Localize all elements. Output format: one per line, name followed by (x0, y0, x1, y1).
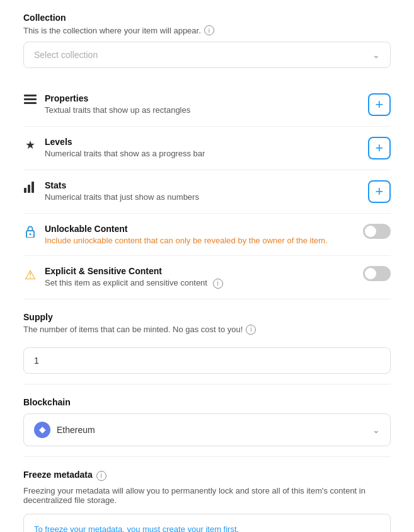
svg-point-7 (30, 233, 32, 235)
ethereum-icon: ◆ (34, 422, 50, 438)
unlockable-left: Unlockable Content Include unlockable co… (23, 224, 328, 245)
collection-select[interactable]: Select collection ⌄ (23, 42, 391, 68)
levels-row: ★ Levels Numerical traits that show as a… (23, 127, 391, 170)
stats-label: Stats (45, 180, 199, 190)
stats-description: Numerical traits that just show as numbe… (45, 192, 199, 202)
freeze-label: Freeze metadata (23, 470, 93, 480)
freeze-info-icon[interactable]: i (96, 471, 106, 481)
supply-description: The number of items that can be minted. … (23, 325, 391, 335)
lock-icon (23, 225, 37, 240)
stats-row: Stats Numerical traits that just show as… (23, 170, 391, 214)
collection-section: Collection This is the collection where … (23, 13, 391, 68)
levels-description: Numerical traits that show as a progress… (45, 149, 205, 158)
explicit-toggle[interactable] (363, 266, 391, 281)
supply-label: Supply (23, 312, 391, 322)
blockchain-selected: ◆ Ethereum (34, 422, 95, 438)
explicit-row: ⚠ Explicit & Sensitive Content Set this … (23, 256, 391, 299)
levels-info: Levels Numerical traits that show as a p… (45, 137, 205, 158)
freeze-section: Freeze metadata i Freezing your metadata… (23, 457, 391, 533)
chevron-down-icon: ⌄ (372, 50, 380, 60)
explicit-description: Set this item as explicit and sensitive … (45, 278, 223, 289)
explicit-slider (363, 266, 391, 281)
supply-input[interactable] (23, 347, 391, 374)
freeze-notice-text: To freeze your metadata, you must create… (34, 524, 239, 533)
levels-label: Levels (45, 137, 205, 147)
stats-add-button[interactable]: + (368, 180, 391, 203)
blockchain-label: Blockchain (23, 397, 391, 407)
collection-description: This is the collection where your item w… (23, 25, 391, 35)
svg-rect-2 (24, 102, 37, 104)
unlockable-slider (363, 224, 391, 239)
explicit-left: ⚠ Explicit & Sensitive Content Set this … (23, 266, 223, 289)
svg-rect-4 (28, 185, 30, 193)
explicit-info-icon[interactable]: i (213, 279, 223, 289)
blockchain-chevron-icon: ⌄ (372, 425, 380, 435)
freeze-notice: To freeze your metadata, you must create… (23, 514, 391, 533)
unlockable-info: Unlockable Content Include unlockable co… (45, 224, 328, 245)
stats-info: Stats Numerical traits that just show as… (45, 180, 199, 202)
svg-rect-1 (24, 98, 37, 100)
blockchain-select[interactable]: ◆ Ethereum ⌄ (23, 413, 391, 446)
unlockable-label: Unlockable Content (45, 224, 328, 234)
collection-info-icon[interactable]: i (204, 25, 214, 35)
properties-icon (23, 94, 37, 108)
levels-icon: ★ (23, 138, 37, 152)
explicit-info: Explicit & Sensitive Content Set this it… (45, 266, 223, 289)
warning-icon: ⚠ (23, 267, 37, 282)
freeze-title-row: Freeze metadata i (23, 470, 391, 482)
svg-rect-5 (32, 182, 34, 193)
stats-icon (23, 182, 37, 196)
freeze-description: Freezing your metadata will allow you to… (23, 486, 391, 505)
unlockable-row: Unlockable Content Include unlockable co… (23, 214, 391, 256)
blockchain-selected-label: Ethereum (57, 425, 95, 435)
blockchain-section: Blockchain ◆ Ethereum ⌄ (23, 385, 391, 456)
levels-left: ★ Levels Numerical traits that show as a… (23, 137, 205, 158)
levels-add-button[interactable]: + (368, 137, 391, 159)
svg-rect-3 (24, 188, 26, 193)
properties-label: Properties (45, 93, 190, 103)
explicit-label: Explicit & Sensitive Content (45, 266, 223, 276)
unlockable-description: Include unlockable content that can only… (45, 236, 328, 245)
svg-rect-0 (24, 95, 37, 96)
supply-section: Supply The number of items that can be m… (23, 299, 391, 384)
stats-left: Stats Numerical traits that just show as… (23, 180, 199, 202)
supply-info-icon[interactable]: i (246, 325, 256, 335)
properties-description: Textual traits that show up as rectangle… (45, 105, 190, 115)
collection-placeholder: Select collection (34, 50, 98, 60)
properties-left: Properties Textual traits that show up a… (23, 93, 190, 115)
properties-add-button[interactable]: + (368, 93, 391, 116)
properties-info: Properties Textual traits that show up a… (45, 93, 190, 115)
properties-row: Properties Textual traits that show up a… (23, 83, 391, 127)
collection-label: Collection (23, 13, 391, 23)
unlockable-toggle[interactable] (363, 224, 391, 239)
